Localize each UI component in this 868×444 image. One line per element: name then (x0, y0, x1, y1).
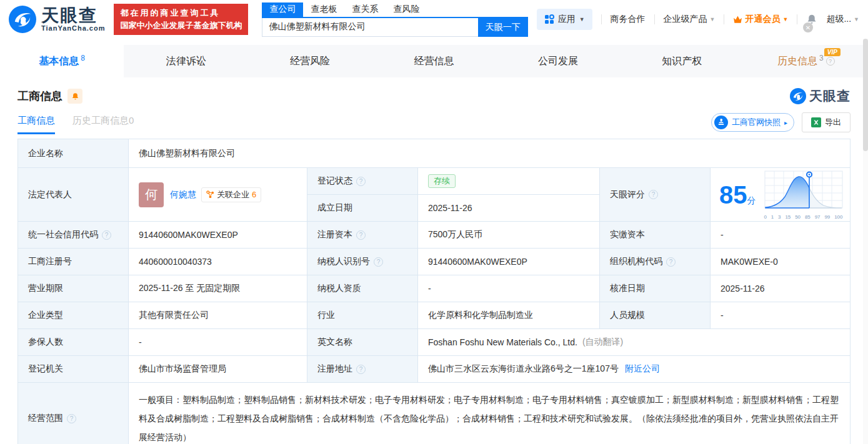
avatar[interactable]: 何 (139, 182, 164, 207)
credit-code-value: 91440600MAK0WEXE0P (129, 222, 307, 248)
help-icon[interactable]: ? (102, 230, 111, 240)
apps-menu-button[interactable]: 应用 ▼ (537, 9, 592, 30)
company-name-value: 佛山佛塑新材料有限公司 (129, 139, 850, 167)
field-label: 核准日期 (600, 275, 711, 302)
field-label: 注册地址? (307, 356, 418, 382)
open-vip-button[interactable]: 开通会员▼ (733, 14, 788, 25)
subtab-history-business-info[interactable]: 历史工商信息0 (72, 115, 134, 134)
tab-legal-litigation[interactable]: 法律诉讼 (124, 45, 247, 77)
nav-enterprise-products[interactable]: 企业级产品▼ (664, 14, 716, 25)
help-icon[interactable]: ? (356, 230, 366, 240)
score-unit: 分 (747, 195, 756, 205)
watermark-text: 天眼查 (809, 87, 851, 105)
reg-status-cell: 存续 (418, 168, 599, 194)
status-badge: 存续 (428, 174, 456, 188)
search-input[interactable] (262, 18, 477, 37)
table-row-company-type: 企业类型 其他有限责任公司 行业 化学原料和化学制品制造业 人员规模 - (18, 302, 850, 329)
tab-basic-info[interactable]: 基本信息8 (0, 45, 124, 77)
subtab-business-info[interactable]: 工商信息 (17, 115, 55, 134)
clear-search-icon[interactable]: ✕ (803, 22, 813, 32)
tab-history-info[interactable]: VIP 历史信息3 ? (744, 45, 868, 77)
tab-intellectual-property[interactable]: 知识产权 (620, 45, 744, 77)
nav-divider (724, 14, 724, 24)
help-icon[interactable]: ? (356, 177, 366, 186)
field-label: 纳税人识别号? (307, 249, 418, 275)
network-icon (206, 190, 214, 199)
apps-grid-icon (544, 14, 554, 24)
score-curve-blue (766, 176, 842, 207)
tab-count: 3 (819, 54, 824, 62)
vip-badge: VIP (824, 48, 841, 56)
reg-address-cell: 佛山市三水区云东海街道永业路6号之一1座107号 附近公司 (418, 356, 850, 382)
industry-value: 化学原料和化学制品制造业 (418, 302, 600, 328)
search-tab-boss[interactable]: 查老板 (303, 2, 344, 17)
tianyancha-logo[interactable]: 天眼查 TianYanCha.com (9, 6, 105, 33)
nearby-companies-link[interactable]: 附近公司 (625, 363, 660, 375)
official-snapshot-button[interactable]: 工商官网快照 ▸ (711, 113, 794, 132)
business-scope-value: 一般项目：塑料制品制造；塑料制品销售；新材料技术研发；电子专用材料研发；电子专用… (129, 383, 850, 444)
field-label: 经营范围? (18, 383, 129, 444)
slogan-banner: 都在用的商业查询工具 国家中小企业发展子基金旗下机构 (114, 4, 248, 35)
vip-crown-icon (733, 16, 742, 24)
nav-super-member[interactable]: 超级...▼ (826, 14, 859, 25)
field-label: 英文名称 (307, 329, 418, 355)
field-label: 企业名称 (18, 139, 129, 167)
help-icon[interactable]: ? (826, 57, 835, 66)
tab-operation-risk[interactable]: 经营风险 (248, 45, 372, 77)
search-tab-company[interactable]: 查公司 (262, 2, 303, 17)
staff-size-value: - (711, 302, 850, 328)
scrollbar[interactable] (863, 39, 868, 444)
scrollbar-thumb[interactable] (863, 39, 868, 151)
search-tab-relation[interactable]: 查关系 (344, 2, 386, 17)
company-tabs: 基本信息8 法律诉讼 经营风险 经营信息 公司发展 知识产权 VIP 历史信息3… (0, 45, 868, 77)
field-label: 参保人数 (18, 329, 129, 355)
tianyancha-watermark: 天眼查 (790, 87, 851, 105)
search-module: 查公司 查老板 查关系 查风险 ✕ 天眼一下 (262, 2, 527, 37)
company-type-value: 其他有限责任公司 (129, 302, 307, 328)
field-label: 工商注册号 (18, 249, 129, 275)
slogan-line1: 都在用的商业查询工具 (120, 7, 242, 19)
help-icon[interactable]: ? (649, 190, 658, 199)
arrow-right-icon: ▸ (784, 119, 787, 126)
field-label: 注册资本? (307, 222, 418, 248)
tianyan-score-cell[interactable]: 85分 (711, 168, 850, 221)
nav-cooperation[interactable]: 商务合作 (611, 14, 646, 25)
score-axis-ticks: 0131550859799100 (764, 214, 844, 220)
score-value: 85 (719, 181, 747, 209)
help-icon[interactable]: ? (374, 257, 383, 267)
nav-divider (797, 14, 797, 24)
table-row-legal-rep: 法定代表人 何 何婉慧 关联企业 6 登记状态? 存续 (18, 168, 850, 222)
help-icon[interactable]: ? (666, 257, 676, 267)
field-label: 登记状态? (307, 168, 418, 194)
search-tab-risk[interactable]: 查风险 (386, 2, 427, 17)
table-row-business-term: 营业期限 2025-11-26 至 无固定期限 纳税人资质 - 核准日期 202… (18, 275, 850, 302)
stamp-icon (714, 116, 728, 129)
related-companies-badge[interactable]: 关联企业 6 (201, 187, 261, 202)
subtab-row: 工商信息 历史工商信息0 工商官网快照 ▸ 导出 (0, 105, 868, 135)
logo-domain: TianYanCha.com (41, 24, 105, 32)
help-icon[interactable]: ? (356, 365, 366, 374)
logo-title: 天眼查 (41, 7, 105, 24)
english-name-cell: Foshan Foshu New Materials Co., Ltd. (自动… (418, 329, 850, 355)
field-label: 统一社会信用代码? (18, 222, 129, 248)
search-button[interactable]: 天眼一下 (478, 18, 528, 37)
tab-operation-info[interactable]: 经营信息 (372, 45, 496, 77)
reg-capital-value: 7500万人民币 (418, 222, 600, 248)
chevron-down-icon: ▼ (782, 16, 788, 22)
top-header: 天眼查 TianYanCha.com 都在用的商业查询工具 国家中小企业发展子基… (0, 0, 868, 39)
tab-company-development[interactable]: 公司发展 (496, 45, 620, 77)
help-icon[interactable]: ? (67, 414, 76, 423)
monitor-bell-icon[interactable] (67, 89, 82, 104)
table-row-reg-authority: 登记机关 佛山市市场监督管理局 注册地址? 佛山市三水区云东海街道永业路6号之一… (18, 356, 850, 383)
chevron-down-icon: ▼ (710, 16, 716, 22)
reg-address-value: 佛山市三水区云东海街道永业路6号之一1座107号 (428, 363, 619, 375)
slogan-line2: 国家中小企业发展子基金旗下机构 (120, 19, 242, 32)
reg-number-value: 440600010040373 (129, 249, 307, 275)
excel-icon (811, 117, 821, 127)
org-code-value: MAK0WEXE-0 (711, 249, 850, 275)
reg-authority-value: 佛山市市场监督管理局 (129, 356, 307, 382)
legal-rep-link[interactable]: 何婉慧 (170, 189, 196, 200)
legal-rep-cell: 何 何婉慧 关联企业 6 (129, 168, 307, 221)
export-button[interactable]: 导出 (802, 112, 851, 132)
english-name-value: Foshan Foshu New Materials Co., Ltd. (428, 337, 577, 347)
